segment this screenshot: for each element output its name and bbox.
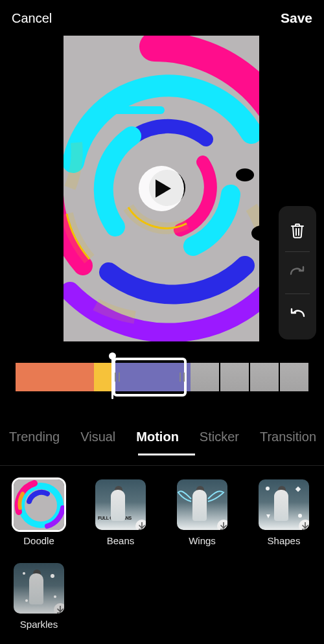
effect-thumb: FULL OF BEANS — [95, 479, 146, 530]
trash-icon — [290, 223, 305, 238]
timeline-playhead[interactable] — [111, 355, 113, 399]
effects-grid: Doodle FULL OF BEANS Beans Wings — [12, 479, 321, 630]
tab-underline — [138, 454, 195, 455]
effect-beans[interactable]: FULL OF BEANS Beans — [93, 479, 148, 546]
timeline-frames[interactable] — [191, 363, 308, 391]
play-button[interactable] — [139, 166, 184, 211]
effect-shapes[interactable]: Shapes — [257, 479, 311, 546]
svg-point-5 — [266, 487, 270, 490]
timeline-segment[interactable] — [16, 363, 94, 391]
svg-marker-8 — [266, 514, 270, 518]
timeline[interactable] — [16, 363, 308, 391]
effect-label: Beans — [107, 535, 135, 546]
svg-point-12 — [25, 599, 28, 602]
tab-trending[interactable]: Trending — [9, 430, 60, 444]
svg-rect-6 — [295, 487, 301, 492]
effect-label: Doodle — [23, 535, 54, 546]
timeline-segment[interactable] — [94, 363, 112, 391]
svg-point-9 — [23, 572, 25, 575]
delete-button[interactable] — [279, 210, 316, 251]
tab-transition[interactable]: Transition — [260, 430, 316, 444]
effect-doodle[interactable]: Doodle — [12, 479, 66, 546]
edit-toolbar — [279, 206, 316, 339]
undo-icon — [289, 308, 306, 322]
redo-button[interactable] — [279, 252, 316, 293]
svg-point-7 — [298, 514, 302, 518]
tab-motion[interactable]: Motion — [136, 430, 179, 444]
svg-point-1 — [251, 225, 259, 241]
download-icon — [54, 603, 64, 614]
effect-wings[interactable]: Wings — [175, 479, 229, 546]
svg-point-11 — [54, 595, 56, 598]
effect-tabs: Trending Visual Motion Sticker Transitio… — [0, 419, 324, 455]
tab-visual[interactable]: Visual — [80, 430, 115, 444]
video-preview[interactable] — [64, 36, 259, 341]
effect-label: Wings — [189, 535, 216, 546]
save-button[interactable]: Save — [281, 10, 312, 26]
play-icon — [154, 178, 172, 199]
svg-point-0 — [236, 168, 254, 181]
download-icon — [299, 520, 309, 530]
tab-sticker[interactable]: Sticker — [200, 430, 239, 444]
download-icon — [135, 520, 146, 530]
effect-label: Shapes — [268, 535, 301, 546]
redo-icon — [289, 266, 306, 280]
tabs-divider — [0, 465, 324, 466]
download-icon — [217, 520, 227, 530]
effect-thumb — [177, 479, 227, 530]
effect-thumb — [259, 479, 309, 530]
undo-button[interactable] — [279, 294, 316, 336]
effect-thumb — [14, 563, 64, 614]
cancel-button[interactable]: Cancel — [12, 11, 52, 26]
timeline-segment-selected[interactable] — [112, 363, 191, 391]
effect-sparkles[interactable]: Sparkles — [12, 563, 66, 630]
effect-thumb — [14, 479, 64, 530]
effect-label: Sparkles — [20, 619, 58, 630]
